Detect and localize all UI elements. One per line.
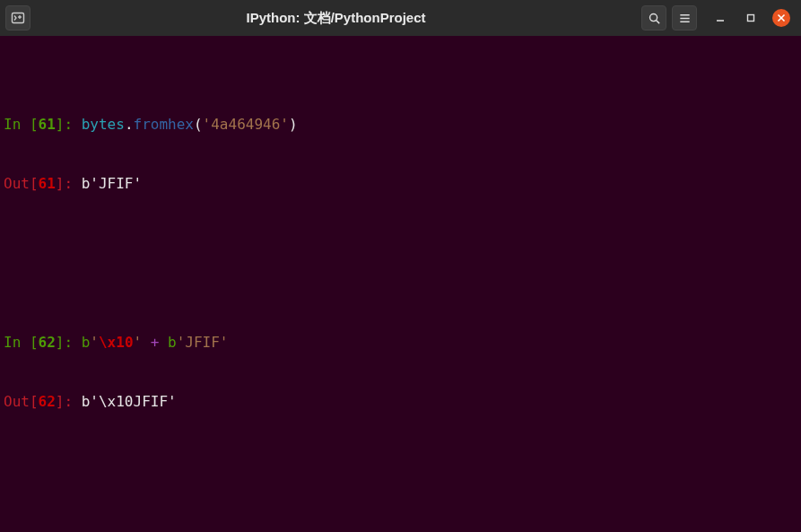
blank-line xyxy=(4,451,797,471)
terminal-new-icon xyxy=(11,11,25,25)
out-line: Out[61]: b'JFIF' xyxy=(4,174,797,194)
menu-button[interactable] xyxy=(672,5,697,31)
out-suffix: ]: xyxy=(56,393,82,410)
minimize-button[interactable] xyxy=(711,9,729,27)
out-number: 62 xyxy=(39,393,56,410)
out-line: Out[62]: b'\x10JFIF' xyxy=(4,392,797,412)
bytes-literal: 'JFIF' xyxy=(177,334,229,351)
out-number: 61 xyxy=(39,175,56,192)
quote: ' xyxy=(134,334,143,351)
in-line: In [61]: bytes.fromhex('4a464946') xyxy=(4,115,797,135)
in-suffix: ]: xyxy=(56,116,82,133)
paren-close: ) xyxy=(289,116,298,133)
window-title: IPython: 文档/PythonProject xyxy=(247,10,426,27)
close-button[interactable] xyxy=(772,9,790,27)
search-button[interactable] xyxy=(641,5,666,31)
out-label: Out[ xyxy=(4,175,39,192)
in-suffix: ]: xyxy=(56,334,82,351)
maximize-icon xyxy=(745,13,756,23)
result-text: b'JFIF' xyxy=(82,175,142,192)
close-icon xyxy=(777,13,786,22)
titlebar: IPython: 文档/PythonProject xyxy=(0,0,801,36)
out-label: Out[ xyxy=(4,393,39,410)
in-label: In [ xyxy=(4,116,39,133)
svg-point-3 xyxy=(649,13,657,21)
svg-line-4 xyxy=(656,20,658,22)
blank-line xyxy=(4,234,797,254)
result-text: b'\x10JFIF' xyxy=(82,393,177,410)
quote: ' xyxy=(90,334,99,351)
in-line: In [62]: b'\x10' + b'JFIF' xyxy=(4,333,797,353)
paren-open: ( xyxy=(194,116,203,133)
in-label: In [ xyxy=(4,334,39,351)
minimize-icon xyxy=(715,13,726,23)
in-number: 62 xyxy=(39,334,56,351)
code-obj: bytes xyxy=(82,116,125,133)
string-arg: '4a464946' xyxy=(203,116,289,133)
search-icon xyxy=(648,12,661,25)
dot: . xyxy=(125,116,134,133)
b-prefix: b xyxy=(168,334,177,351)
in-number: 61 xyxy=(39,116,56,133)
svg-rect-0 xyxy=(13,13,24,23)
maximize-button[interactable] xyxy=(742,9,760,27)
new-tab-button[interactable] xyxy=(5,5,30,31)
operator: + xyxy=(142,334,168,351)
out-suffix: ]: xyxy=(56,175,82,192)
svg-rect-9 xyxy=(748,15,754,22)
b-prefix: b xyxy=(82,334,91,351)
terminal-area[interactable]: In [61]: bytes.fromhex('4a464946') Out[6… xyxy=(0,36,801,532)
escape-seq: \x10 xyxy=(99,334,134,351)
hamburger-icon xyxy=(678,12,692,25)
code-method: fromhex xyxy=(134,116,194,133)
